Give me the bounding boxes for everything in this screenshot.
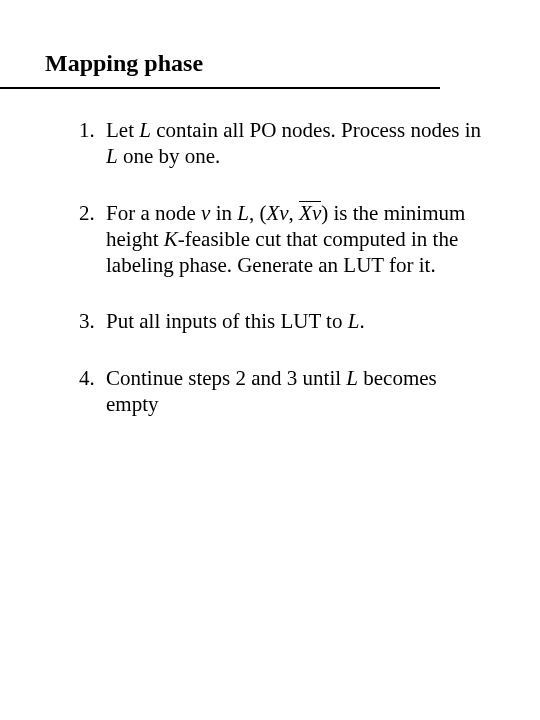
var-v: v	[201, 201, 210, 225]
step-1-text-a: Let	[106, 118, 139, 142]
var-L: L	[106, 144, 118, 168]
algorithm-page: Mapping phase Let L contain all PO nodes…	[0, 0, 540, 417]
title-rule	[0, 87, 440, 89]
cut-Xv: Xv	[266, 201, 288, 225]
step-3-text-b: .	[359, 309, 364, 333]
var-L: L	[348, 309, 360, 333]
step-2-text-a: For a node	[106, 201, 201, 225]
step-1-text-b: contain all PO nodes. Process nodes in	[151, 118, 481, 142]
cut-Xv-bar: Xv	[299, 200, 321, 226]
step-3-text-a: Put all inputs of this LUT to	[106, 309, 348, 333]
step-1: Let L contain all PO nodes. Process node…	[100, 117, 490, 170]
var-L: L	[346, 366, 358, 390]
step-1-text-c: one by one.	[118, 144, 221, 168]
step-2-text-b: in	[210, 201, 237, 225]
step-2: For a node v in L, (Xv, Xv) is the minim…	[100, 200, 490, 279]
section-title: Mapping phase	[45, 50, 490, 77]
cut-comma: ,	[289, 201, 300, 225]
cut-notation: (Xv, Xv)	[259, 201, 328, 225]
var-K: K	[164, 227, 178, 251]
step-3: Put all inputs of this LUT to L.	[100, 308, 490, 334]
step-list: Let L contain all PO nodes. Process node…	[45, 117, 490, 417]
var-L: L	[237, 201, 249, 225]
step-4: Continue steps 2 and 3 until L becomes e…	[100, 365, 490, 418]
step-2-text-c: ,	[249, 201, 260, 225]
var-L: L	[139, 118, 151, 142]
step-4-text-a: Continue steps 2 and 3 until	[106, 366, 346, 390]
